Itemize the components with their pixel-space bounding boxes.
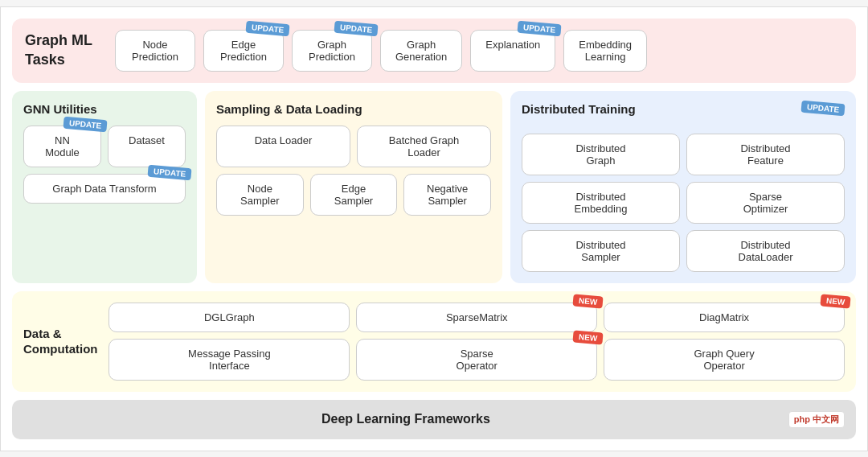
dataset-box: Dataset [108,126,186,167]
graph-query-box: Graph QueryOperator [604,339,845,381]
dist-sampler-box: DistributedSampler [522,230,680,272]
nn-module-box: NNModuleUPDATE [23,126,101,167]
tasks-title: Graph MLTasks [25,31,105,69]
diagmatrix-box: DiagMatrixNEW [604,303,845,332]
graph-prediction-box: GraphPredictionUPDATE [292,30,372,72]
graph-data-transform-box: Graph Data Transform UPDATE [23,174,186,204]
data-computation-title: Data &Computation [23,326,97,357]
dist-title: Distributed Training [522,102,636,116]
diagmatrix-badge: NEW [820,294,851,308]
dist-title-row: Distributed Training UPDATE [522,102,845,126]
gnn-items: NNModuleUPDATEDataset Graph Data Transfo… [23,126,186,204]
sparse-optimizer-box: SparseOptimizer [686,182,845,224]
sampling-top-grid: Data LoaderBatched GraphLoader [216,126,491,167]
gnn-top-row: NNModuleUPDATEDataset [23,126,186,167]
graph-prediction-badge: UPDATE [334,20,378,36]
gnn-section: GNN Utilities NNModuleUPDATEDataset Grap… [12,91,197,283]
sparsematrix-box: SparseMatrixNEW [356,303,597,332]
explanation-badge: UPDATE [517,20,561,36]
sparsematrix-badge: NEW [572,294,604,308]
sampling-title: Sampling & Data Loading [216,102,491,116]
graph-generation-box: GraphGeneration [380,30,462,72]
dist-graph-box: DistributedGraph [522,134,680,175]
negative-sampler-box: NegativeSampler [403,174,491,216]
nn-module-badge: UPDATE [63,116,107,132]
edge-sampler-box: EdgeSampler [310,174,398,216]
embedding-learning-box: EmbeddingLearning [563,30,647,72]
node-prediction-box: NodePrediction [115,30,195,72]
graph-data-transform-label: Graph Data Transform [52,183,156,195]
middle-row: GNN Utilities NNModuleUPDATEDataset Grap… [12,91,856,283]
sparse-operator-badge: NEW [572,330,604,344]
tasks-items: NodePredictionEdgePredictionUPDATEGraphP… [115,30,843,72]
distributed-grid: DistributedGraphDistributedFeatureDistri… [522,134,845,272]
data-loader-box: Data Loader [216,126,350,167]
message-passing-box: Message PassingInterface [108,339,350,381]
dist-dataloader-box: DistributedDataLoader [686,230,845,272]
explanation-box: ExplanationUPDATE [470,30,555,72]
dglgraph-box: DGLGraph [108,303,350,332]
footer-label: Deep Learning Frameworks [23,412,788,426]
node-sampler-box: NodeSampler [216,174,304,216]
sampling-section: Sampling & Data Loading Data LoaderBatch… [205,91,502,283]
tasks-section: Graph MLTasks NodePredictionEdgePredicti… [12,19,856,83]
sparse-operator-box: SparseOperatorNEW [356,339,597,381]
distributed-section: Distributed Training UPDATE DistributedG… [510,91,856,283]
dist-feature-box: DistributedFeature [686,134,845,175]
footer-section: Deep Learning Frameworks php 中文网 [12,400,856,439]
edge-prediction-box: EdgePredictionUPDATE [203,30,284,72]
batched-graph-loader-box: Batched GraphLoader [357,126,491,167]
data-computation-section: Data &Computation DGLGraphSparseMatrixNE… [12,291,856,392]
gnn-title: GNN Utilities [23,102,186,116]
sampling-bottom-grid: NodeSamplerEdgeSamplerNegativeSampler [216,174,491,216]
dist-embedding-box: DistributedEmbedding [522,182,680,224]
dist-update-badge: UPDATE [800,100,845,116]
data-grid: DGLGraphSparseMatrixNEWDiagMatrixNEWMess… [108,303,845,381]
footer-logo: php 中文网 [788,411,845,428]
edge-prediction-badge: UPDATE [245,20,289,36]
